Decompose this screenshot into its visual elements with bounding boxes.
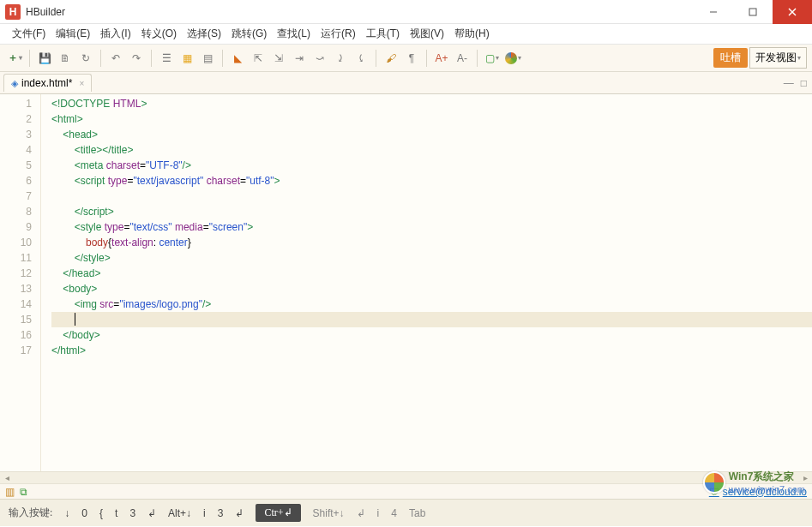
service-email: service@dcloud.io [723,486,807,498]
tab-right-controls: — □ [784,77,807,89]
maximize-pane-icon[interactable]: □ [801,77,807,89]
app-title: HBuilder [26,6,65,18]
save-icon[interactable]: 💾 [35,49,54,68]
separator [376,50,376,67]
refresh-icon[interactable]: ↻ [76,49,95,68]
step-over-icon[interactable]: ⤻ [310,49,329,68]
key: 0 [81,507,87,519]
brush-icon[interactable]: 🖌 [382,49,400,68]
svg-rect-1 [749,9,756,15]
menu-find[interactable]: 查找(L) [272,25,316,43]
grid-icon[interactable]: ▤ [198,49,217,68]
menu-run[interactable]: 运行(R) [316,25,361,43]
console-icon[interactable]: ▥ [5,486,15,498]
key: Shift+↓ [313,507,345,519]
maximize-button[interactable] [733,0,773,24]
code-editor[interactable]: 1234567891011121314151617 <!DOCTYPE HTML… [0,94,812,483]
key: Alt+↓ [168,507,191,519]
highlight-icon[interactable]: ▦ [177,49,196,68]
outline-icon[interactable]: ☰ [157,49,176,68]
key: t [115,507,117,519]
menu-file[interactable]: 文件(F) [7,25,51,43]
menu-edit[interactable]: 编辑(E) [51,25,95,43]
key: Tab [409,507,425,519]
title-bar: H HBuilder [0,0,812,24]
save-all-icon[interactable]: 🗎 [56,49,75,68]
tab-label: index.html* [21,77,72,89]
app-logo: H [5,4,21,20]
tab-index-html[interactable]: ◈ index.html* × [3,74,92,92]
separator [426,50,427,67]
tab-close-icon[interactable]: × [79,79,84,88]
browser-icon[interactable]: ▾ [503,49,522,68]
menu-insert[interactable]: 插入(I) [95,25,135,43]
menu-tools[interactable]: 工具(T) [361,25,405,43]
scroll-right-icon[interactable]: ▸ [798,473,812,482]
key: ↲ [147,507,156,519]
tab-bar: ◈ index.html* × — □ [0,72,812,94]
font-smaller-icon[interactable]: A- [453,49,472,68]
scroll-left-icon[interactable]: ◂ [0,473,14,482]
tucao-button[interactable]: 吐槽 [713,48,748,68]
key: 3 [129,507,135,519]
menu-jump[interactable]: 跳转(G) [226,25,272,43]
separator [100,50,101,67]
close-button[interactable] [773,0,812,24]
line-gutter: 1234567891011121314151617 [0,94,41,483]
device-icon[interactable]: ▢▾ [483,49,502,68]
editor-footer: ▥ ⧉ 🛡 service@dcloud.io [0,483,812,499]
view-mode-button[interactable]: 开发视图▾ [749,47,807,69]
pilcrow-icon[interactable]: ¶ [402,49,421,68]
undo-icon[interactable]: ↶ [106,49,125,68]
separator [29,50,30,67]
menu-bar: 文件(F) 编辑(E) 插入(I) 转义(O) 选择(S) 跳转(G) 查找(L… [0,24,812,45]
terminal-icon[interactable]: ⧉ [20,486,27,498]
code-area[interactable]: <!DOCTYPE HTML><html> <head> <title></ti… [41,94,812,483]
separator [222,50,223,67]
redo-icon[interactable]: ↷ [127,49,146,68]
view-mode-label: 开发视图 [755,51,797,65]
shield-icon: 🛡 [709,486,719,498]
ctrl-enter-pill: Ctr+↲ [256,504,300,522]
key: ↓ [64,507,69,519]
separator [477,50,478,67]
new-button[interactable]: ＋▾ [5,49,24,68]
minimize-button[interactable] [694,0,733,24]
menu-help[interactable]: 帮助(H) [449,25,495,43]
menu-view[interactable]: 视图(V) [405,25,449,43]
key: ↲ [357,507,365,519]
key-label: 输入按键: [9,506,52,520]
key: 3 [218,507,224,519]
key: ↲ [235,507,244,519]
step-icon[interactable]: ⇥ [290,49,309,68]
key: i [203,507,206,519]
export-icon[interactable]: ⇱ [249,49,268,68]
menu-select[interactable]: 选择(S) [182,25,226,43]
toolbar: ＋▾ 💾 🗎 ↻ ↶ ↷ ☰ ▦ ▤ ◣ ⇱ ⇲ ⇥ ⤻ ⤸ ⤹ 🖌 ¶ A+ … [0,45,812,72]
horizontal-scrollbar[interactable]: ◂ ▸ [0,471,812,483]
import-icon[interactable]: ⇲ [269,49,288,68]
separator [151,50,152,67]
service-link[interactable]: 🛡 service@dcloud.io [709,486,807,498]
window-controls [694,0,812,24]
key: i [377,507,380,519]
key: { [99,507,103,519]
chevron-down-icon: ▾ [797,54,801,62]
html-file-icon: ◈ [11,78,18,89]
bookmark-icon[interactable]: ◣ [228,49,247,68]
key-helper-bar: 输入按键: ↓ 0 { t 3 ↲ Alt+↓ i 3 ↲ Ctr+↲ Shif… [0,499,812,526]
key: 4 [391,507,397,519]
font-bigger-icon[interactable]: A+ [432,49,451,68]
minimize-pane-icon[interactable]: — [784,77,794,89]
menu-escape[interactable]: 转义(O) [136,25,182,43]
step-into-icon[interactable]: ⤸ [331,49,350,68]
step-out-icon[interactable]: ⤹ [352,49,370,68]
